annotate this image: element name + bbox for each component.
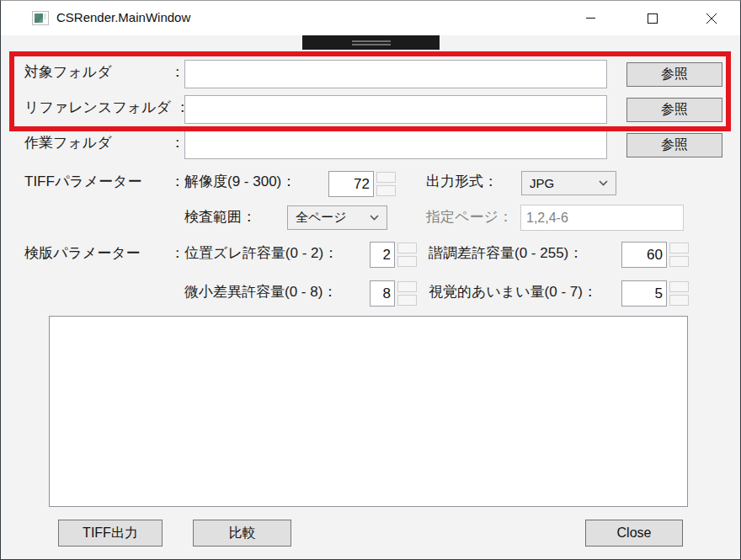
target-folder-browse-button[interactable]: 参照 — [626, 62, 722, 87]
spin-down-button[interactable] — [376, 185, 396, 196]
tiff-params-label: TIFFパラメーター — [24, 173, 141, 190]
spin-up-button[interactable] — [397, 243, 417, 253]
target-folder-colon: ： — [170, 64, 184, 81]
output-format-select[interactable]: JPG — [521, 171, 616, 195]
verify-params-colon: ： — [170, 245, 184, 262]
close-button[interactable] — [692, 1, 731, 35]
spin-down-button[interactable] — [669, 256, 689, 267]
spin-up-button[interactable] — [376, 172, 396, 183]
page-spec-input[interactable] — [520, 205, 684, 231]
work-folder-label: 作業フォルダ — [24, 135, 112, 152]
scan-range-label: 検査範囲： — [184, 209, 256, 226]
target-folder-input[interactable] — [184, 60, 607, 88]
resolution-label: 解像度(9 - 300)： — [184, 173, 296, 190]
tone-tolerance-label: 諧調差許容量(0 - 255)： — [429, 245, 583, 262]
tiff-output-button[interactable]: TIFF出力 — [58, 520, 163, 547]
titlebar: CSRender.MainWindow — [1, 1, 740, 35]
app-icon-art — [35, 13, 43, 23]
position-tolerance-spinner — [397, 243, 417, 267]
target-folder-label: 対象フォルダ — [24, 64, 112, 81]
minimize-button[interactable] — [571, 1, 610, 35]
output-format-label: 出力形式： — [426, 173, 498, 190]
micro-diff-tolerance-spinner — [397, 281, 417, 306]
position-tolerance-label: 位置ズレ許容量(0 - 2)： — [184, 245, 338, 262]
compare-button[interactable]: 比較 — [193, 520, 291, 547]
maximize-button[interactable] — [633, 1, 672, 35]
log-output-area[interactable] — [49, 316, 688, 507]
position-tolerance-input[interactable]: 2 — [370, 242, 395, 268]
screen-share-toolbar-tab[interactable] — [302, 35, 440, 50]
window-controls — [571, 1, 731, 35]
visual-ambiguity-spinner — [669, 281, 689, 306]
app-icon-art-side — [44, 13, 46, 19]
spin-up-button[interactable] — [397, 281, 417, 292]
reference-folder-browse-button[interactable]: 参照 — [626, 98, 722, 122]
spin-down-button[interactable] — [397, 295, 417, 306]
work-folder-browse-button[interactable]: 参照 — [626, 133, 722, 157]
visual-ambiguity-input[interactable]: 5 — [621, 280, 667, 307]
app-window: CSRender.MainWindow — [0, 0, 741, 560]
app-icon — [32, 11, 49, 25]
close-icon — [706, 13, 717, 24]
visual-ambiguity-label: 視覚的あいまい量(0 - 7)： — [429, 284, 597, 301]
close-action-button[interactable]: Close — [585, 520, 683, 547]
resolution-spinner — [376, 172, 396, 196]
reference-folder-label: リファレンスフォルダ — [24, 99, 171, 116]
scan-range-value: 全ページ — [296, 210, 347, 226]
work-folder-input[interactable] — [184, 131, 607, 159]
chevron-down-icon — [599, 180, 608, 186]
spin-down-button[interactable] — [669, 295, 689, 306]
maximize-icon — [648, 13, 658, 24]
grip-handle-icon — [352, 40, 391, 45]
page-spec-label: 指定ページ： — [426, 209, 513, 226]
resolution-input[interactable]: 72 — [328, 171, 374, 197]
output-format-value: JPG — [530, 176, 554, 190]
spin-up-button[interactable] — [669, 281, 689, 292]
verify-params-label: 検版パラメーター — [24, 245, 141, 262]
scan-range-select[interactable]: 全ページ — [287, 205, 387, 230]
chevron-down-icon — [370, 215, 379, 221]
tone-tolerance-input[interactable]: 60 — [621, 242, 667, 268]
micro-diff-tolerance-input[interactable]: 8 — [370, 280, 395, 307]
micro-diff-tolerance-label: 微小差異許容量(0 - 8)： — [184, 284, 337, 301]
work-folder-colon: ： — [170, 135, 184, 152]
reference-folder-input[interactable] — [184, 95, 607, 124]
tiff-params-colon: ： — [170, 173, 184, 190]
minimize-icon — [586, 13, 595, 23]
tone-tolerance-spinner — [669, 243, 689, 267]
spin-up-button[interactable] — [669, 243, 689, 253]
spin-down-button[interactable] — [397, 256, 417, 267]
window-title: CSRender.MainWindow — [56, 10, 190, 24]
